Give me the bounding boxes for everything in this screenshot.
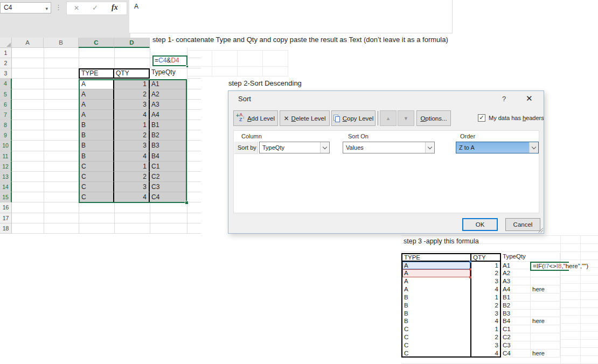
- sheet-cell-qty[interactable]: 1: [114, 79, 150, 89]
- cancel-entry-icon[interactable]: ✕: [74, 4, 79, 12]
- sheet-cell-qty[interactable]: 4: [114, 192, 150, 202]
- sheet-cell-typeqty[interactable]: B1: [150, 120, 187, 130]
- copy-level-button[interactable]: Copy Level: [331, 110, 376, 126]
- step3-cell-type[interactable]: B: [401, 317, 471, 325]
- step3-cell-typeqty[interactable]: B4: [501, 317, 531, 325]
- close-icon[interactable]: ✕: [526, 94, 533, 103]
- step3-cell-qty[interactable]: 4: [471, 317, 501, 325]
- row-header-6[interactable]: 6: [0, 100, 12, 110]
- step3-cell-note[interactable]: [531, 333, 560, 341]
- table-header-typeqty[interactable]: TypeQty: [150, 68, 187, 79]
- column-header-c[interactable]: C: [79, 38, 114, 48]
- column-header-b[interactable]: B: [44, 38, 79, 48]
- sheet-cell-type[interactable]: C: [79, 182, 114, 192]
- fill-handle[interactable]: [185, 201, 189, 205]
- sheet-cell-qty[interactable]: 2: [114, 172, 150, 182]
- step3-cell-type[interactable]: B: [401, 310, 471, 318]
- step3-cell-note[interactable]: [531, 325, 560, 333]
- step3-cell-typeqty[interactable]: A1: [501, 262, 531, 270]
- sheet-cell-type[interactable]: B: [79, 151, 114, 162]
- sheet-cell-qty[interactable]: 4: [114, 151, 150, 162]
- step3-cell-qty[interactable]: 2: [471, 302, 501, 310]
- step3-formula-text[interactable]: =IF(I7<>I8,"here",""): [532, 263, 589, 270]
- sheet-cell-type[interactable]: C: [79, 162, 114, 172]
- row-header-14[interactable]: 14: [0, 182, 12, 192]
- sheet-cell-qty[interactable]: 3: [114, 100, 150, 110]
- move-up-button[interactable]: ▲: [380, 110, 397, 126]
- step3-cell-type[interactable]: C: [401, 349, 471, 358]
- step3-header-typeqty[interactable]: TypeQty: [501, 253, 531, 262]
- step3-cell-type[interactable]: B: [401, 302, 471, 310]
- step3-cell-type[interactable]: C: [401, 333, 471, 341]
- sheet-cell-qty[interactable]: 1: [114, 120, 150, 130]
- step1-formula-cell[interactable]: =C4&D4: [152, 55, 187, 66]
- step3-cell-note[interactable]: here: [531, 349, 560, 358]
- step3-cell-qty[interactable]: 3: [471, 277, 501, 285]
- enter-entry-icon[interactable]: ✓: [92, 4, 98, 12]
- sheet-cell-typeqty[interactable]: B4: [150, 151, 187, 162]
- dropdown-button[interactable]: [320, 142, 329, 153]
- step3-cell-typeqty[interactable]: C3: [501, 341, 531, 349]
- row-header-10[interactable]: 10: [0, 141, 12, 151]
- step3-cell-type[interactable]: A: [401, 277, 471, 285]
- dropdown-button[interactable]: [529, 142, 538, 153]
- row-header-17[interactable]: 17: [0, 213, 12, 223]
- row-header-15[interactable]: 15: [0, 192, 12, 202]
- sheet-cell-typeqty[interactable]: C2: [150, 172, 187, 182]
- step3-cell-type[interactable]: C: [401, 325, 471, 333]
- select-all-button[interactable]: [0, 38, 12, 48]
- step3-cell-typeqty[interactable]: B3: [501, 310, 531, 318]
- table-header-type[interactable]: TYPE: [79, 68, 114, 79]
- step3-cell-typeqty[interactable]: A2: [501, 269, 531, 277]
- step3-cell-note[interactable]: [531, 277, 560, 285]
- row-header-2[interactable]: 2: [0, 58, 12, 68]
- step3-cell-note[interactable]: [531, 293, 560, 302]
- delete-level-button[interactable]: ✕ Delete Level: [280, 110, 330, 126]
- row-header-18[interactable]: 18: [0, 223, 12, 234]
- step3-cell-qty[interactable]: 4: [471, 285, 501, 293]
- sheet-cell-typeqty[interactable]: B3: [150, 141, 187, 151]
- column-dropdown[interactable]: TypeQty: [259, 142, 330, 153]
- sheet-cell-typeqty[interactable]: C4: [150, 192, 187, 202]
- move-down-button[interactable]: ▼: [398, 110, 414, 126]
- sheet-cell-typeqty[interactable]: A2: [150, 89, 187, 100]
- cancel-button[interactable]: Cancel: [505, 218, 540, 231]
- options-button[interactable]: Options...: [416, 110, 451, 126]
- step3-cell-type[interactable]: A: [401, 262, 471, 270]
- insert-function-icon[interactable]: fx: [112, 3, 118, 12]
- step3-cell-typeqty[interactable]: B2: [501, 302, 531, 310]
- ok-button[interactable]: OK: [462, 218, 498, 231]
- row-header-13[interactable]: 13: [0, 172, 12, 182]
- row-header-11[interactable]: 11: [0, 151, 12, 162]
- row-header-4[interactable]: 4: [0, 79, 12, 89]
- step3-cell-type[interactable]: B: [401, 293, 471, 302]
- dropdown-button[interactable]: [425, 142, 434, 153]
- sort-on-dropdown[interactable]: Values: [343, 142, 435, 153]
- column-header-a[interactable]: A: [12, 38, 44, 48]
- step3-cell-note[interactable]: here: [531, 317, 560, 325]
- sheet-cell-type[interactable]: A: [79, 79, 114, 89]
- step3-cell-type[interactable]: A: [401, 269, 471, 277]
- row-header-16[interactable]: 16: [0, 202, 12, 213]
- row-header-3[interactable]: 3: [0, 68, 12, 79]
- step3-cell-qty[interactable]: 3: [471, 341, 501, 349]
- step3-cell-typeqty[interactable]: B1: [501, 293, 531, 302]
- row-header-9[interactable]: 9: [0, 130, 12, 141]
- sheet-cell-type[interactable]: A: [79, 110, 114, 120]
- sheet-cell-qty[interactable]: 3: [114, 182, 150, 192]
- step3-cell-qty[interactable]: 2: [471, 269, 501, 277]
- step3-cell-typeqty[interactable]: A4: [501, 285, 531, 293]
- row-header-12[interactable]: 12: [0, 162, 12, 172]
- add-level-button[interactable]: +AZ↓ Add Level: [233, 110, 278, 126]
- sheet-cell-qty[interactable]: 4: [114, 110, 150, 120]
- my-data-has-headers-checkbox[interactable]: ✓: [478, 114, 485, 122]
- sheet-cell-typeqty[interactable]: B2: [150, 130, 187, 141]
- sheet-cell-type[interactable]: A: [79, 100, 114, 110]
- sheet-cell-typeqty[interactable]: A1: [150, 79, 187, 89]
- step3-cell-typeqty[interactable]: C4: [501, 349, 531, 358]
- step3-cell-qty[interactable]: 4: [471, 349, 501, 358]
- sheet-cell-typeqty[interactable]: C1: [150, 162, 187, 172]
- sheet-cell-qty[interactable]: 1: [114, 162, 150, 172]
- sheet-cell-typeqty[interactable]: A3: [150, 100, 187, 110]
- step3-cell-note[interactable]: [531, 341, 560, 349]
